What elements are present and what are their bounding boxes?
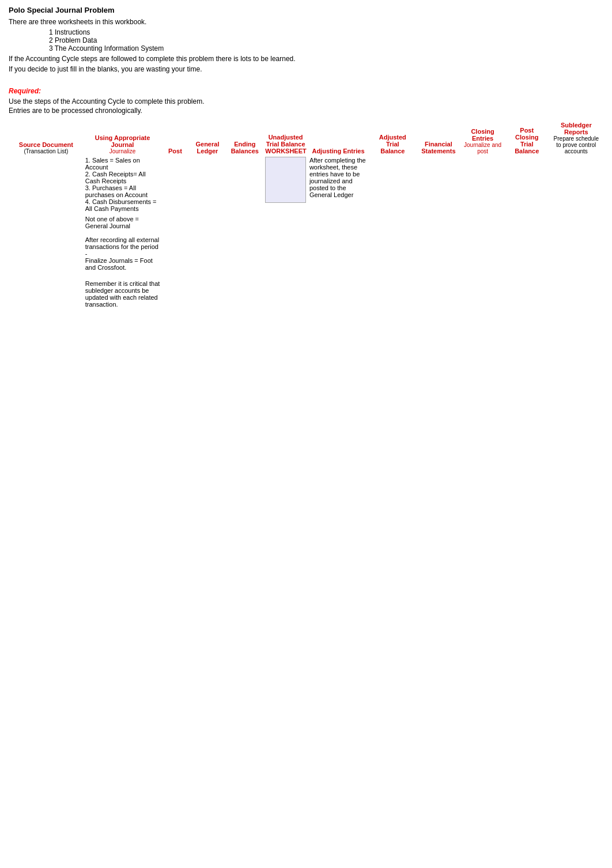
general-ledger-cell [189,156,226,309]
adjusting-cell: After completing the worksheet, these en… [308,156,369,309]
required-line2: Entries are to be processed chronologica… [9,107,603,115]
col-postclosing-header: Post Closing Trial Balance [505,120,549,156]
unadj-tb-cell [263,156,308,309]
subledger-cell [549,156,603,309]
journal-item-2: 2. Cash Receipts= All Cash Receipts [85,171,160,184]
worksheet-1: 1 Instructions [49,28,603,36]
journal-after: After recording all external transaction… [85,236,160,271]
worksheet-2: 2 Problem Data [49,36,603,44]
col-source-header: Source Document (Transaction List) [9,120,84,156]
table-header-row: Source Document (Transaction List) Using… [9,120,603,156]
col-adj-trial-header: Adjusted Trial Balance [369,120,417,156]
journal-item-4: 4. Cash Disbursements = All Cash Payment… [85,198,160,212]
col-general-header: General Ledger [189,120,226,156]
worksheet-list: 1 Instructions 2 Problem Data 3 The Acco… [49,28,603,52]
closing-cell [460,156,505,309]
page-title: Polo Special Journal Problem [9,6,603,14]
adjusting-desc: After completing the worksheet, these en… [309,157,367,198]
journal-item-1: 1. Sales = Sales on Account [85,157,160,171]
col-adjusting-header: Adjusting Entries [308,120,369,156]
financial-cell [417,156,461,309]
unadj-box [265,157,306,203]
required-label: Required: [9,87,603,95]
col-financial-header: Financial Statements [417,120,461,156]
journal-item-3: 3. Purchases = All purchases on Account [85,184,160,198]
col-subledger-header: Subledger Reports Prepare schedule to pr… [549,120,603,156]
col-post-header: Post [161,120,188,156]
intro1: There are three worksheets in this workb… [9,18,603,26]
col-journal-header: Using Appropriate Journal Journalize [84,120,162,156]
table-content-row: 1. Sales = Sales on Account 2. Cash Rece… [9,156,603,309]
worksheet-3: 3 The Accounting Information System [49,44,603,52]
intro3: If you decide to just fill in the blanks… [9,65,603,73]
post-cell [161,156,188,309]
col-closing-header: Closing Entries Journalize and post [460,120,505,156]
source-doc-cell [9,156,84,309]
col-ending-header: Ending Balances [226,120,263,156]
intro2: If the Accounting Cycle steps are follow… [9,55,603,63]
ending-balances-cell [226,156,263,309]
journal-content-cell: 1. Sales = Sales on Account 2. Cash Rece… [84,156,162,309]
col-unadj-header: Unadjusted Trial Balance WORKSHEET [263,120,308,156]
journal-note: Not one of above = General Journal [85,216,160,229]
postclosing-cell [505,156,549,309]
adj-trial-bal-cell [369,156,417,309]
journal-remember: Remember it is critical that subledger a… [85,280,160,308]
required-line1: Use the steps of the Accounting Cycle to… [9,97,603,105]
accounting-cycle-table: Source Document (Transaction List) Using… [9,120,603,309]
